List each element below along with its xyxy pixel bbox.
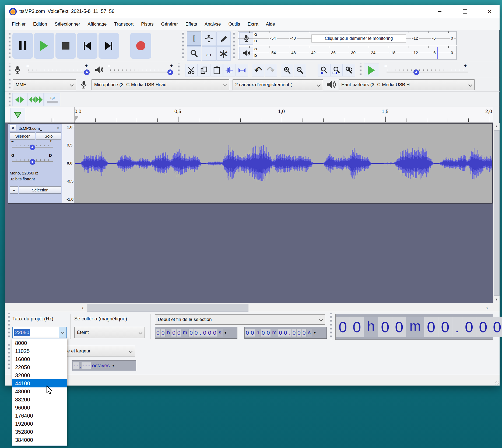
menu-item-1[interactable]: Édition [29, 22, 51, 27]
menu-item-5[interactable]: Pistes [137, 22, 157, 27]
selection-end-field[interactable]: 00h00m00.000s ▼ [244, 327, 327, 339]
play-at-speed-button[interactable] [364, 64, 379, 77]
play-button[interactable] [34, 33, 54, 59]
menu-item-10[interactable]: Extra [244, 22, 262, 27]
horizontal-scrollbar[interactable]: ‹ › [5, 303, 500, 312]
fit-selection-button[interactable] [318, 64, 330, 76]
play-speed-slider[interactable] [387, 68, 468, 76]
record-volume-slider[interactable] [28, 68, 89, 76]
project-rate-dropdown-button[interactable] [59, 327, 66, 338]
track-pan-thumb[interactable] [30, 159, 35, 165]
scrub-toolbar-gripper[interactable] [9, 93, 10, 106]
meter-toolbar-gripper[interactable] [233, 32, 235, 60]
project-rate-dropdown-list[interactable]: 8000110251600022050320004410048000882009… [12, 338, 67, 446]
playback-meter[interactable]: G D -54 -48 -42 -36 -30 -24 -18 -12 -6 0 [238, 46, 457, 60]
track-select-button[interactable]: Sélection [19, 186, 61, 194]
rate-option-9[interactable]: 176400 [12, 412, 67, 420]
playback-device-select[interactable]: Haut-parleurs (3- C-Media USB H [339, 79, 475, 90]
rate-option-5[interactable]: 44100 [12, 379, 67, 387]
scrub-button[interactable] [12, 93, 27, 106]
play-at-speed-gripper[interactable] [360, 64, 361, 76]
project-rate-combobox[interactable]: 22050 [12, 327, 67, 338]
rate-option-1[interactable]: 11025 [12, 347, 67, 355]
timeline-pin-button[interactable] [10, 108, 25, 122]
audio-host-select[interactable]: MME [13, 79, 76, 90]
track-gain-thumb[interactable] [30, 145, 35, 150]
envelope-tool-button[interactable] [202, 32, 216, 46]
menu-item-3[interactable]: Affichage [84, 22, 111, 27]
menu-item-6[interactable]: Générer [157, 22, 182, 27]
maximize-button[interactable] [455, 5, 474, 18]
menu-item-8[interactable]: Analyse [201, 22, 224, 27]
rate-option-3[interactable]: 22050 [12, 363, 67, 371]
zoom-toggle-button[interactable] [343, 64, 355, 76]
spectral-mode-combobox[interactable]: e et largeur [65, 346, 135, 356]
menu-item-0[interactable]: Fichier [8, 22, 29, 27]
pause-button[interactable] [12, 33, 33, 59]
vertical-scroll-thumb[interactable] [494, 130, 500, 296]
horizontal-scroll-thumb[interactable] [87, 304, 248, 312]
position-display-gripper[interactable] [330, 313, 332, 339]
zoom-in-button[interactable] [281, 64, 293, 76]
recording-meter-mic-button[interactable] [239, 32, 253, 45]
waveform-view[interactable] [75, 124, 492, 203]
audio-position-display[interactable]: 00h00m00.000s ▼ [335, 314, 493, 340]
rate-option-4[interactable]: 32000 [12, 371, 67, 379]
fit-project-button[interactable] [330, 64, 343, 76]
menu-item-11[interactable]: Aide [262, 22, 279, 27]
vertical-scrollbar[interactable]: ▲ ▼ [493, 123, 500, 303]
spectral-value-field[interactable]: - - , - - - octaves ▼ [72, 360, 136, 371]
track-name-menu[interactable]: ttsMP3.com_ ▼ [17, 125, 61, 131]
recording-channels-select[interactable]: 2 canaux d’enregistrement ( [233, 79, 323, 90]
seek-button[interactable] [27, 93, 44, 106]
track-gain-slider[interactable] [12, 144, 53, 151]
draw-tool-button[interactable] [216, 32, 231, 46]
rate-option-6[interactable]: 48000 [12, 387, 67, 396]
monitoring-hint[interactable]: Cliquer pour démarrer le monitoring [311, 34, 406, 43]
resize-grip[interactable] [495, 381, 499, 384]
silence-selection-button[interactable] [236, 64, 248, 76]
scroll-right-button[interactable]: › [483, 304, 490, 311]
rate-option-2[interactable]: 16000 [12, 355, 67, 363]
timeline-ruler[interactable]: 0,0 0,5 1,0 1,5 2,0 [5, 107, 493, 123]
edit-toolbar-gripper[interactable] [178, 64, 180, 76]
tools-toolbar-gripper[interactable] [182, 32, 184, 60]
vertical-ruler[interactable]: 1,0 0,5 0,0 -0,5 -1,0 [62, 124, 75, 203]
skip-to-end-button[interactable] [99, 33, 119, 59]
close-button[interactable]: × [480, 5, 499, 18]
snap-to-combobox[interactable]: Éteint [74, 327, 145, 338]
menu-item-4[interactable]: Transport [110, 22, 137, 27]
rate-option-10[interactable]: 192000 [12, 420, 67, 428]
recording-meter[interactable]: G D -54 -48 Cliquer pour démarrer le mon… [238, 31, 457, 45]
playback-meter-speaker-button[interactable] [239, 47, 253, 59]
rate-option-0[interactable]: 8000 [12, 339, 67, 347]
menu-item-7[interactable]: Effets [182, 22, 201, 27]
scroll-up-button[interactable]: ▲ [493, 123, 500, 130]
copy-button[interactable] [198, 64, 210, 76]
track-collapse-button[interactable]: ▲ [10, 186, 18, 194]
transport-toolbar-gripper[interactable] [9, 32, 10, 60]
rate-option-11[interactable]: 352800 [12, 428, 67, 436]
selection-tool-button[interactable]: I [187, 32, 201, 46]
play-volume-slider[interactable] [110, 68, 172, 76]
selection-mode-combobox[interactable]: Début et fin de la sélection [155, 314, 325, 325]
multi-tool-button[interactable]: ∗ [216, 46, 231, 61]
record-button[interactable] [130, 33, 151, 59]
undo-button[interactable]: ↶ [252, 64, 264, 76]
track-close-button[interactable]: × [10, 125, 16, 131]
track-pan-slider[interactable] [12, 158, 53, 165]
play-speed-thumb[interactable] [413, 69, 419, 75]
recording-device-select[interactable]: Microphone (3- C-Media USB Head [92, 79, 229, 90]
track-mute-button[interactable]: Silencer [10, 132, 35, 140]
scrub-ruler-toggle-button[interactable]: 1,0 [44, 93, 60, 106]
track-solo-button[interactable]: Solo [36, 132, 61, 140]
record-volume-thumb[interactable] [84, 69, 90, 75]
zoom-out-button[interactable] [294, 64, 306, 76]
trim-outside-selection-button[interactable] [223, 64, 236, 76]
device-toolbar-gripper[interactable] [9, 79, 10, 90]
rate-option-12[interactable]: 384000 [12, 436, 67, 444]
paste-button[interactable] [210, 64, 223, 76]
scroll-left-button[interactable]: ‹ [79, 304, 86, 311]
quick-play-marker[interactable] [75, 116, 79, 121]
play-volume-thumb[interactable] [167, 69, 173, 75]
